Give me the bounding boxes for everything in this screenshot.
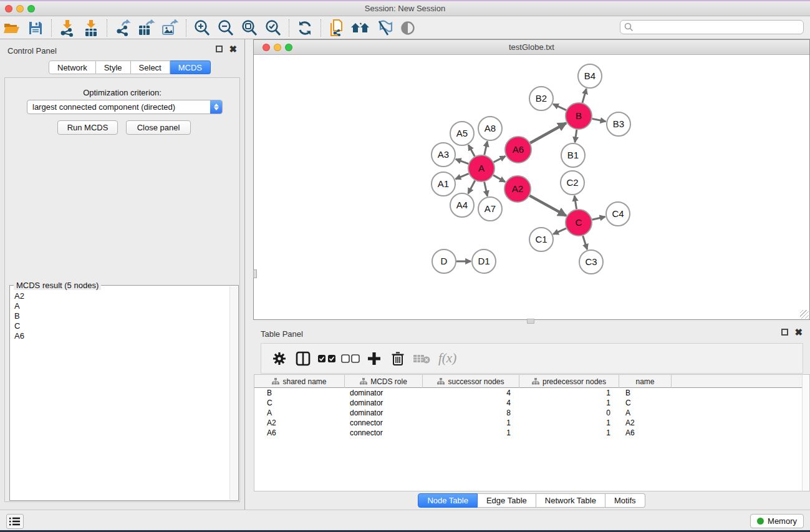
select-all-columns-button[interactable] bbox=[315, 354, 339, 363]
column-header-predecessor-nodes[interactable]: predecessor nodes bbox=[519, 375, 619, 388]
tab-network[interactable]: Network bbox=[49, 60, 96, 74]
graph-node-C[interactable]: C bbox=[566, 210, 592, 236]
graph-node-A8[interactable]: A8 bbox=[478, 117, 502, 140]
graph-edge-A-A2[interactable] bbox=[493, 175, 505, 182]
refresh-layout-button[interactable] bbox=[293, 18, 317, 38]
search-field[interactable] bbox=[620, 20, 804, 34]
import-network-button[interactable] bbox=[55, 18, 79, 38]
graph-edge-A2-C[interactable] bbox=[529, 196, 566, 216]
tab-select[interactable]: Select bbox=[131, 60, 170, 74]
window-resize-grip-icon[interactable] bbox=[800, 310, 809, 319]
graph-edge-B-B3[interactable] bbox=[592, 118, 606, 121]
tab-edge-table[interactable]: Edge Table bbox=[478, 493, 536, 508]
column-layout-button[interactable] bbox=[291, 351, 315, 367]
graph-node-A6[interactable]: A6 bbox=[505, 137, 531, 163]
graph-node-A4[interactable]: A4 bbox=[450, 193, 474, 217]
show-panel-list-button[interactable] bbox=[6, 514, 24, 529]
graph-node-B1[interactable]: B1 bbox=[561, 143, 585, 167]
close-panel-button[interactable]: Close panel bbox=[126, 120, 191, 135]
graph-edge-C-C3[interactable] bbox=[583, 236, 587, 249]
open-file-button[interactable] bbox=[0, 18, 24, 38]
mcds-result-item[interactable]: A6 bbox=[14, 331, 230, 341]
table-row[interactable]: A6 connector 1 1 A6 bbox=[254, 428, 802, 438]
graph-node-C4[interactable]: C4 bbox=[606, 202, 630, 226]
table-row[interactable]: C dominator 4 1 C bbox=[254, 398, 802, 408]
export-network-button[interactable] bbox=[111, 18, 135, 38]
graph-edge-A-A5[interactable] bbox=[468, 145, 475, 156]
graph-edge-A-A1[interactable] bbox=[455, 173, 468, 179]
zoom-out-button[interactable] bbox=[214, 18, 238, 38]
tab-motifs[interactable]: Motifs bbox=[605, 493, 645, 508]
graph-edge-A-A4[interactable] bbox=[468, 180, 475, 193]
column-header-shared-name[interactable]: shared name bbox=[254, 375, 345, 388]
show-graphics-details-button[interactable] bbox=[396, 18, 420, 38]
result-list-scrollbar[interactable] bbox=[229, 286, 238, 500]
graph-node-A1[interactable]: A1 bbox=[432, 172, 455, 196]
duplicate-network-button[interactable] bbox=[325, 18, 349, 38]
table-options-button[interactable] bbox=[268, 351, 291, 366]
function-builder-button[interactable]: f(x) bbox=[438, 351, 456, 366]
graph-node-C3[interactable]: C3 bbox=[579, 250, 603, 274]
table-row[interactable]: A dominator 8 0 A bbox=[254, 408, 802, 418]
graph-node-D[interactable]: D bbox=[432, 249, 456, 273]
graph-edge-B-B2[interactable] bbox=[553, 104, 566, 110]
zoom-in-button[interactable] bbox=[190, 18, 214, 38]
float-panel-icon[interactable] bbox=[216, 46, 223, 52]
export-image-button[interactable] bbox=[158, 18, 182, 38]
run-mcds-button[interactable]: Run MCDS bbox=[57, 120, 118, 135]
close-table-panel-icon[interactable]: ✖ bbox=[794, 329, 803, 336]
mcds-result-item[interactable]: C bbox=[14, 321, 230, 331]
graph-node-C1[interactable]: C1 bbox=[529, 228, 553, 251]
graph-node-A5[interactable]: A5 bbox=[450, 122, 474, 145]
column-header-successor-nodes[interactable]: successor nodes bbox=[423, 375, 519, 388]
import-table-button[interactable] bbox=[79, 18, 103, 38]
tab-style[interactable]: Style bbox=[96, 60, 131, 74]
graph-edge-A-A8[interactable] bbox=[485, 142, 488, 155]
mcds-result-item[interactable]: B bbox=[14, 311, 230, 321]
table-row[interactable]: A2 connector 1 1 A2 bbox=[254, 418, 802, 428]
table-row[interactable]: B dominator 4 1 B bbox=[254, 388, 802, 398]
first-neighbors-button[interactable] bbox=[349, 18, 372, 38]
tab-mcds[interactable]: MCDS bbox=[170, 60, 211, 74]
tab-network-table[interactable]: Network Table bbox=[536, 493, 605, 508]
mcds-result-item[interactable]: A2 bbox=[14, 291, 230, 301]
graph-node-D1[interactable]: D1 bbox=[472, 249, 496, 273]
graph-edge-B-B4[interactable] bbox=[582, 89, 586, 103]
zoom-selected-button[interactable] bbox=[261, 18, 285, 38]
column-header-name[interactable]: name bbox=[619, 375, 672, 388]
column-header-mcds-role[interactable]: MCDS role bbox=[345, 375, 423, 388]
graph-edge-C-C2[interactable] bbox=[574, 196, 576, 210]
delete-column-button[interactable] bbox=[386, 351, 410, 366]
graph-node-B4[interactable]: B4 bbox=[578, 64, 602, 88]
hide-selected-button[interactable] bbox=[372, 18, 396, 38]
memory-button[interactable]: Memory bbox=[750, 514, 804, 528]
graph-node-B[interactable]: B bbox=[566, 103, 592, 129]
graph-edge-C-C4[interactable] bbox=[592, 217, 605, 220]
table-scrollbar[interactable] bbox=[802, 374, 810, 491]
graph-node-B2[interactable]: B2 bbox=[529, 87, 553, 110]
save-session-button[interactable] bbox=[24, 18, 47, 38]
panel-grip[interactable] bbox=[253, 269, 257, 278]
optimization-criterion-select[interactable]: largest connected component (directed) bbox=[27, 100, 223, 114]
graph-node-A7[interactable]: A7 bbox=[478, 197, 502, 221]
graph-node-A2[interactable]: A2 bbox=[504, 176, 531, 202]
graph-node-B3[interactable]: B3 bbox=[607, 112, 630, 136]
graph-edge-A-A3[interactable] bbox=[456, 159, 469, 163]
graph-node-C2[interactable]: C2 bbox=[561, 171, 584, 195]
graph-edge-B-B1[interactable] bbox=[575, 130, 577, 142]
close-panel-icon[interactable]: ✖ bbox=[229, 46, 237, 52]
delete-table-button[interactable] bbox=[410, 353, 433, 364]
search-input[interactable] bbox=[634, 21, 803, 33]
float-table-panel-icon[interactable] bbox=[781, 329, 788, 336]
graph-edge-A6-B[interactable] bbox=[530, 123, 566, 143]
graph-edge-C-C1[interactable] bbox=[553, 228, 566, 234]
zoom-fit-button[interactable] bbox=[238, 18, 261, 38]
deselect-all-columns-button[interactable] bbox=[339, 354, 362, 363]
export-table-button[interactable] bbox=[135, 18, 158, 38]
add-column-button[interactable] bbox=[362, 351, 386, 366]
split-divider-grip[interactable] bbox=[527, 319, 534, 324]
graph-node-A3[interactable]: A3 bbox=[432, 143, 455, 167]
graph-node-A[interactable]: A bbox=[468, 155, 494, 181]
mcds-result-item[interactable]: A bbox=[14, 301, 230, 311]
network-canvas[interactable]: B4B2BB3A8A5A6A3B1AA1C2A2A4A7C4CC1C3DD1 bbox=[254, 56, 809, 319]
